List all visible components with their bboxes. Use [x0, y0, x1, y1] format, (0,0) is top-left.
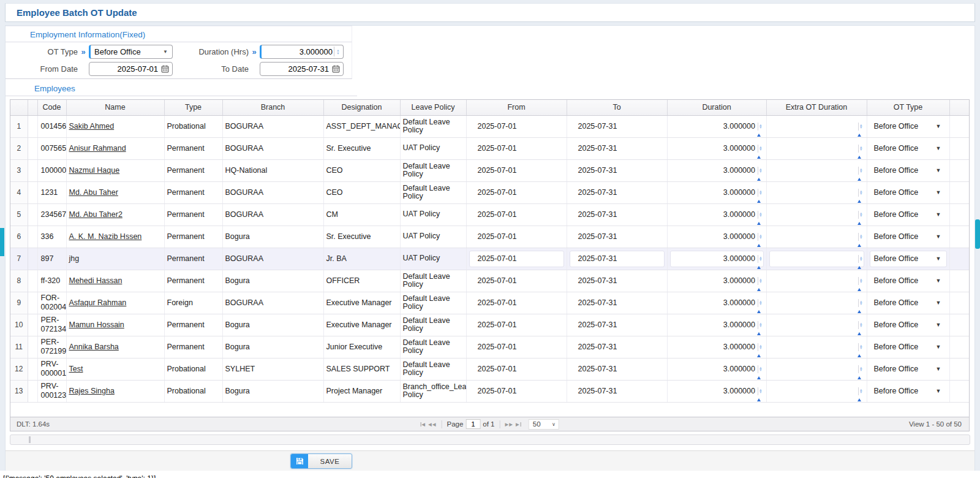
cell-from[interactable]: 2025-07-01 [466, 292, 567, 314]
cell-to[interactable]: 2025-07-31 [567, 248, 667, 270]
cell-duration[interactable]: 3.000000▴▾ [667, 336, 766, 358]
right-scrollbar-thumb[interactable] [975, 219, 980, 249]
spinner-icon[interactable]: ▴▾ [758, 299, 762, 307]
cell-ot-type-select[interactable]: Before Office▼ [867, 270, 949, 292]
page-size-select[interactable]: 50 ∨ [529, 419, 559, 430]
cell-extra-ot-duration[interactable]: ▴▾ [766, 137, 867, 159]
table-row[interactable]: 1 001456 Sakib Ahmed Probational BOGURAA… [10, 115, 969, 137]
cell-from[interactable]: 2025-07-01 [466, 203, 567, 226]
cell-ot-type-select[interactable]: Before Office▼ [867, 181, 949, 203]
col-header-code[interactable]: Code [37, 100, 66, 115]
cell-duration[interactable]: 3.000000▴▾ [667, 137, 766, 159]
col-header-branch[interactable]: Branch [222, 100, 323, 115]
cell-extra-ot-duration[interactable]: ▴▾ [766, 380, 867, 402]
cell-from[interactable]: 2025-07-01 [466, 115, 567, 137]
cell-ot-type-select[interactable]: Before Office▼ [867, 336, 949, 358]
spinner-icon[interactable]: ▴▾ [758, 343, 762, 351]
spinner-icon[interactable]: ▴▾ [758, 321, 762, 329]
spinner-icon[interactable]: ▴▾ [758, 123, 762, 131]
row-select-cell[interactable] [28, 159, 37, 181]
spinner-icon[interactable]: ▴▾ [858, 255, 862, 263]
table-row[interactable]: 12 PRV-000001 Test Probational SYLHET SA… [10, 358, 969, 380]
spinner-icon[interactable]: ▴▾ [858, 277, 862, 285]
col-header-to[interactable]: To [567, 100, 667, 115]
cell-to[interactable]: 2025-07-31 [567, 181, 667, 203]
cell-ot-type-select[interactable]: Before Office▼ [867, 314, 949, 336]
cell-to[interactable]: 2025-07-31 [567, 314, 667, 336]
cell-ot-type-select[interactable]: Before Office▼ [867, 203, 949, 226]
table-row[interactable]: 10 PER-072134 Mamun Hossain Permanent Bo… [10, 314, 969, 336]
cell-duration[interactable]: 3.000000▴▾ [667, 314, 766, 336]
cell-extra-ot-duration[interactable]: ▴▾ [766, 336, 867, 358]
col-header-duration[interactable]: Duration [667, 100, 766, 115]
cell-extra-ot-duration[interactable]: ▴▾ [766, 226, 867, 248]
table-row[interactable]: 7 897 jhg Permanent BOGURAA Jr. BA UAT P… [10, 248, 969, 270]
cell-to[interactable]: 2025-07-31 [567, 203, 667, 226]
cell-duration[interactable]: 3.000000▴▾ [667, 292, 766, 314]
spinner-icon[interactable]: ▴▾ [858, 211, 862, 219]
cell-to[interactable]: 2025-07-31 [567, 270, 667, 292]
row-select-cell[interactable] [28, 203, 37, 226]
row-select-cell[interactable] [28, 314, 37, 336]
spinner-icon[interactable]: ▴▾ [858, 321, 862, 329]
row-select-cell[interactable] [28, 292, 37, 314]
cell-ot-type-select[interactable]: Before Office▼ [867, 248, 949, 270]
spinner-icon[interactable]: ▴▾ [758, 189, 762, 197]
col-header-name[interactable]: Name [66, 100, 164, 115]
duration-input[interactable] [262, 47, 334, 56]
pager-first-button[interactable]: ◀ [420, 422, 426, 427]
row-select-cell[interactable] [28, 270, 37, 292]
col-header-from[interactable]: From [466, 100, 567, 115]
cell-to[interactable]: 2025-07-31 [567, 336, 667, 358]
cell-duration[interactable]: 3.000000▴▾ [667, 181, 766, 203]
calendar-icon[interactable] [161, 65, 169, 73]
to-date-input[interactable] [282, 64, 330, 74]
employee-name-link[interactable]: jhg [69, 254, 80, 263]
cell-from[interactable]: 2025-07-01 [466, 159, 567, 181]
row-select-cell[interactable] [28, 137, 37, 159]
cell-from[interactable]: 2025-07-01 [466, 137, 567, 159]
cell-from[interactable]: 2025-07-01 [466, 380, 567, 402]
cell-to[interactable]: 2025-07-31 [567, 292, 667, 314]
spinner-icon[interactable]: ▴▾ [758, 167, 762, 175]
pager-prev-button[interactable]: ◀◀ [428, 422, 437, 427]
employee-name-link[interactable]: Rajes Singha [69, 387, 115, 395]
employee-name-link[interactable]: Anisur Rahmand [69, 144, 126, 153]
cell-from[interactable]: 2025-07-01 [466, 336, 567, 358]
cell-to[interactable]: 2025-07-31 [567, 358, 667, 380]
employee-name-link[interactable]: Mamun Hossain [69, 321, 124, 329]
cell-to[interactable]: 2025-07-31 [567, 226, 667, 248]
row-select-cell[interactable] [28, 226, 37, 248]
save-button[interactable]: SAVE [290, 453, 352, 469]
row-select-cell[interactable] [28, 248, 37, 270]
col-header-ot-type[interactable]: OT Type [867, 100, 949, 115]
left-scrollbar-thumb[interactable] [0, 228, 4, 256]
table-row[interactable]: 4 1231 Md. Abu Taher Permanent BOGURAA C… [10, 181, 969, 203]
cell-extra-ot-duration[interactable]: ▴▾ [766, 181, 867, 203]
cell-duration[interactable]: 3.000000▴▾ [667, 115, 766, 137]
cell-ot-type-select[interactable]: Before Office▼ [867, 137, 949, 159]
cell-extra-ot-duration[interactable]: ▴▾ [766, 314, 867, 336]
cell-ot-type-select[interactable]: Before Office▼ [867, 226, 949, 248]
spinner-icon[interactable]: ▴▾ [758, 387, 762, 395]
cell-from[interactable]: 2025-07-01 [466, 248, 567, 270]
cell-duration[interactable]: 3.000000▴▾ [667, 248, 766, 270]
table-row[interactable]: 11 PER-072199 Annika Barsha Permanent Bo… [10, 336, 969, 358]
spinner-icon[interactable]: ▴▾ [758, 211, 762, 219]
cell-from[interactable]: 2025-07-01 [466, 314, 567, 336]
employee-name-link[interactable]: Md. Abu Taher [69, 188, 118, 197]
hscroll-thumb[interactable] [29, 436, 31, 443]
cell-from[interactable]: 2025-07-01 [466, 358, 567, 380]
employee-name-link[interactable]: A. K. M. Nazib Hssen [69, 232, 142, 241]
employee-name-link[interactable]: Mehedi Hassan [69, 276, 123, 285]
pager-last-button[interactable]: ▶ [516, 422, 521, 427]
cell-duration[interactable]: 3.000000▴▾ [667, 159, 766, 181]
col-header-leave-policy[interactable]: Leave Policy [400, 100, 466, 115]
spinner-icon[interactable]: ▴▾ [334, 47, 342, 56]
row-select-cell[interactable] [28, 358, 37, 380]
employee-name-link[interactable]: Annika Barsha [69, 343, 119, 351]
cell-ot-type-select[interactable]: Before Office▼ [867, 292, 949, 314]
employee-name-link[interactable]: Sakib Ahmed [69, 122, 115, 131]
cell-to[interactable]: 2025-07-31 [567, 380, 667, 402]
ot-type-select[interactable]: Before Office ▼ [89, 45, 173, 59]
